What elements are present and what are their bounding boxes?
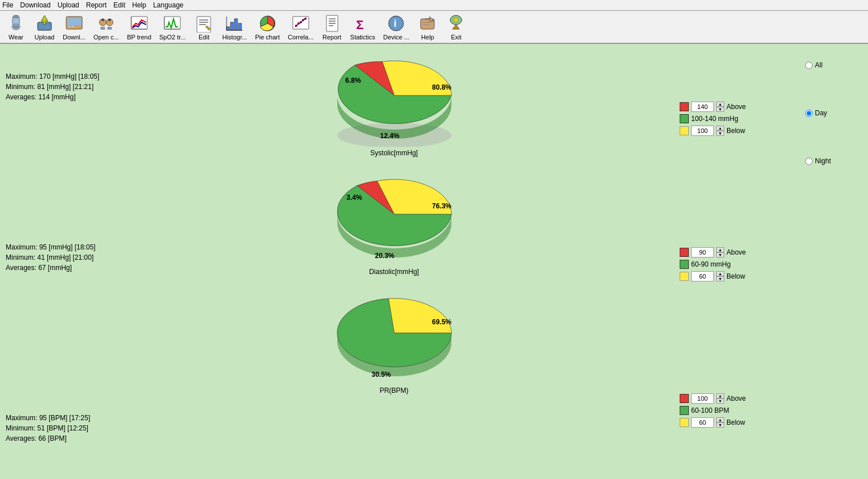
pr-below-color — [680, 418, 689, 427]
tool-spo2-label: SpO2 tr... — [159, 34, 185, 41]
menu-edit[interactable]: Edit — [114, 1, 126, 9]
systolic-avg: Averages: 114 [mmHg] — [6, 92, 108, 102]
tool-open[interactable]: Open c... — [90, 12, 123, 42]
systolic-stats: Maximum: 170 [mmHg] [18:05] Minimum: 81 … — [6, 71, 108, 102]
pr-stats: Maximum: 95 [BPM] [17:25] Minimum: 51 [B… — [6, 413, 108, 444]
diastolic-above-input[interactable] — [691, 247, 714, 257]
tool-histogram[interactable]: Histogr... — [219, 12, 250, 42]
diastolic-pct-yellow: 20.3% — [375, 252, 394, 260]
systolic-pct-red: 6.8% — [345, 77, 361, 84]
svg-rect-27 — [227, 27, 229, 30]
svg-point-12 — [102, 19, 104, 21]
tool-upload[interactable]: Upload — [31, 12, 58, 42]
tool-statistics[interactable]: Σ Statictics — [347, 12, 379, 42]
tool-exit[interactable]: Exit — [442, 12, 470, 42]
diastolic-legend-below: ▲ ▼ Below — [680, 271, 794, 281]
systolic-legend-below: ▲ ▼ Below — [680, 126, 794, 136]
pr-above-up[interactable]: ▲ — [716, 393, 724, 399]
toolbar: Wear Upload Downl... — [0, 11, 868, 44]
tool-histogram-label: Histogr... — [222, 34, 247, 41]
radio-night-item[interactable]: Night — [805, 157, 862, 165]
tool-report[interactable]: Report — [318, 12, 346, 42]
radio-panel: All Day Night — [800, 44, 868, 476]
radio-day-item[interactable]: Day — [805, 109, 862, 117]
diastolic-avg: Averages: 67 [mmHg] — [6, 263, 108, 273]
pr-above-input[interactable] — [691, 393, 714, 404]
diastolic-legend-normal: 60-90 mmHg — [680, 260, 794, 269]
tool-spo2[interactable]: SpO2 tr... — [156, 12, 189, 42]
pr-min: Minimum: 51 [BPM] [12:25] — [6, 423, 108, 433]
pr-avg: Averages: 66 [BPM] — [6, 433, 108, 444]
radio-night[interactable] — [805, 158, 813, 165]
tool-download[interactable]: Downl... — [59, 12, 89, 42]
tool-edit[interactable]: Edit — [190, 12, 217, 42]
menu-upload[interactable]: Upload — [58, 1, 79, 9]
menu-file[interactable]: File — [2, 1, 13, 9]
pr-below-down[interactable]: ▼ — [716, 422, 724, 428]
diastolic-chart-title: Diastolic[mmHg] — [369, 268, 419, 276]
tool-edit-label: Edit — [199, 34, 209, 41]
pr-above-label: Above — [726, 395, 746, 402]
pr-chart-container: 69.5% 30.5% PR(BPM) — [320, 287, 469, 395]
tool-help-label: Help — [421, 34, 434, 41]
pr-pct-yellow: 30.5% — [372, 371, 391, 379]
diastolic-stats: Maximum: 95 [mmHg] [18:05] Minimum: 41 [… — [6, 242, 108, 273]
menu-report[interactable]: Report — [86, 1, 107, 9]
pr-normal-color — [680, 406, 689, 415]
svg-text:Σ: Σ — [356, 18, 364, 32]
systolic-below-input[interactable] — [691, 126, 714, 136]
svg-text:i: i — [394, 18, 397, 29]
diastolic-legend-above: ▲ ▼ Above — [680, 247, 794, 257]
systolic-above-down[interactable]: ▼ — [716, 107, 724, 112]
systolic-pct-green: 80.8% — [432, 83, 451, 91]
diastolic-above-up[interactable]: ▲ — [716, 247, 724, 252]
piechart-icon — [257, 13, 278, 34]
tool-device[interactable]: i Device ... — [380, 12, 413, 42]
systolic-above-up[interactable]: ▲ — [716, 102, 724, 107]
radio-day[interactable] — [805, 110, 813, 117]
pr-above-spinner: ▲ ▼ — [716, 393, 724, 404]
tool-correlation[interactable]: Correla... — [284, 12, 317, 42]
menu-download[interactable]: Download — [20, 1, 50, 9]
radio-day-label: Day — [815, 109, 827, 117]
menu-help[interactable]: Help — [132, 1, 146, 9]
pr-legend: ▲ ▼ Above 60-100 BPM ▲ ▼ Below — [680, 393, 794, 430]
pr-pct-green: 69.5% — [432, 318, 451, 326]
systolic-below-spinner: ▲ ▼ — [716, 126, 724, 136]
main-content: Maximum: 170 [mmHg] [18:05] Minimum: 81 … — [0, 44, 868, 476]
diastolic-below-down[interactable]: ▼ — [716, 276, 724, 281]
systolic-above-label: Above — [726, 103, 746, 111]
svg-marker-54 — [453, 25, 459, 29]
radio-all[interactable] — [805, 62, 813, 69]
pr-legend-below: ▲ ▼ Below — [680, 417, 794, 428]
menubar: File Download Upload Report Edit Help La… — [0, 0, 868, 11]
pr-below-up[interactable]: ▲ — [716, 417, 724, 422]
systolic-below-up[interactable]: ▲ — [716, 126, 724, 131]
tool-wear[interactable]: Wear — [2, 12, 30, 42]
menu-language[interactable]: Language — [153, 1, 183, 9]
pr-legend-normal: 60-100 BPM — [680, 406, 794, 415]
pr-above-down[interactable]: ▼ — [716, 399, 724, 404]
tool-correlation-label: Correla... — [288, 34, 313, 41]
radio-all-item[interactable]: All — [805, 61, 862, 69]
diastolic-above-down[interactable]: ▼ — [716, 252, 724, 257]
tool-piechart[interactable]: Pie chart — [252, 12, 283, 42]
pr-normal-label: 60-100 BPM — [691, 406, 729, 414]
systolic-above-input[interactable] — [691, 102, 714, 112]
diastolic-below-input[interactable] — [691, 271, 714, 281]
exit-icon — [446, 13, 466, 34]
spo2-icon — [162, 13, 183, 34]
help-icon — [417, 13, 438, 34]
statistics-icon: Σ — [353, 13, 373, 34]
tool-help[interactable]: Help — [414, 12, 441, 42]
systolic-below-down[interactable]: ▼ — [716, 131, 724, 136]
tool-bptrend[interactable]: BP trend — [123, 12, 155, 42]
diastolic-legend: ▲ ▼ Above 60-90 mmHg ▲ ▼ Below — [680, 247, 794, 284]
pr-below-input[interactable] — [691, 417, 714, 428]
radio-all-label: All — [815, 61, 822, 69]
tool-upload-label: Upload — [35, 34, 55, 41]
bptrend-icon — [129, 13, 150, 34]
tool-exit-label: Exit — [451, 34, 461, 41]
diastolic-below-up[interactable]: ▲ — [716, 271, 724, 276]
tool-report-label: Report — [322, 34, 341, 41]
